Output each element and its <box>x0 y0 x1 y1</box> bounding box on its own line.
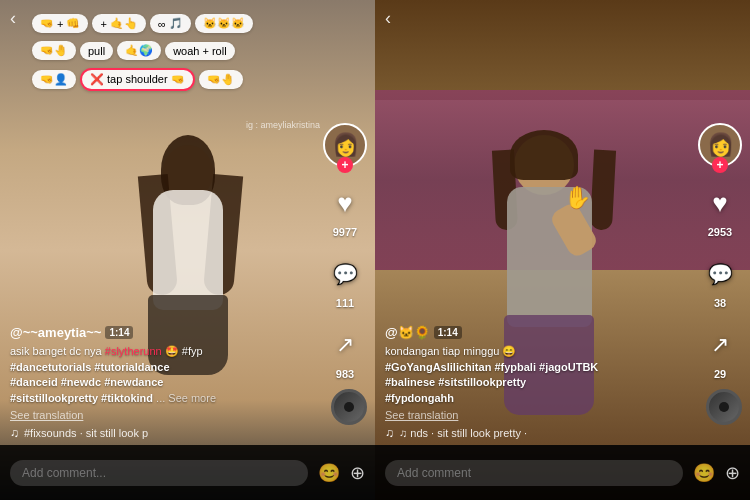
left-music-text: #fixsounds · sit still look p <box>24 427 148 439</box>
right-avatar-container[interactable]: 👩 + <box>698 123 742 167</box>
gesture-cats: 🐱🐱🐱 <box>203 17 245 30</box>
right-share-button[interactable]: ↗ 29 <box>700 325 740 380</box>
right-duration: 1:14 <box>434 326 462 339</box>
tap-shoulder-text: ❌ tap shoulder 🤜 <box>90 73 185 86</box>
left-share-button[interactable]: ↗ 983 <box>325 325 365 380</box>
right-comment-button[interactable]: 💬 38 <box>700 254 740 309</box>
gesture-plus-1: + <box>57 18 63 30</box>
gesture-card-1[interactable]: 🤜 + 👊 <box>32 14 88 33</box>
right-like-button[interactable]: ♥ 2953 <box>700 183 740 238</box>
gesture-pull-label[interactable]: pull <box>80 42 113 60</box>
comment-icon-right: 💬 <box>700 254 740 294</box>
right-comment-count: 38 <box>714 297 726 309</box>
right-attachment-icon[interactable]: ⊕ <box>725 462 740 484</box>
like-icon-left: ♥ <box>325 183 365 223</box>
right-music-note: ♫ <box>385 426 394 440</box>
gesture-row-3: 🤜👤 ❌ tap shoulder 🤜 🤜🤚 <box>30 66 325 93</box>
right-music-bar: ♫ ♫ nds · sit still look pretty · <box>385 426 695 440</box>
gesture-woah-roll[interactable]: woah + roll <box>165 42 235 60</box>
left-comment-input[interactable] <box>10 460 308 486</box>
share-icon-left: ↗ <box>325 325 365 365</box>
woah-roll-text: woah + roll <box>173 45 227 57</box>
left-music-disc[interactable] <box>331 389 367 425</box>
gesture-overlay: 🤜 + 👊 + 🤙👆 ∞ 🎵 🐱🐱🐱 🤜🤚 <box>30 12 325 97</box>
gesture-fist: 🤜🤚 <box>40 44 68 57</box>
right-video-panel: ✋ ‹ 👩 + ♥ 2953 💬 38 ↗ <box>375 0 750 500</box>
right-description: kondangan tiap minggu 😄 #GoYangAslilichi… <box>385 344 695 406</box>
pull-text: pull <box>88 45 105 57</box>
left-attachment-icon[interactable]: ⊕ <box>350 462 365 484</box>
gesture-emoji-3: 🤙👆 <box>110 17 138 30</box>
gesture-infinity: ∞ <box>158 18 166 30</box>
gesture-tap-shoulder[interactable]: ❌ tap shoulder 🤜 <box>80 68 195 91</box>
right-music-disc[interactable] <box>706 389 742 425</box>
gesture-card-6[interactable]: 🤙🌍 <box>117 41 161 60</box>
like-icon-right: ♥ <box>700 183 740 223</box>
gesture-card-8[interactable]: 🤜🤚 <box>199 70 243 89</box>
right-comment-icons: 😊 ⊕ <box>693 462 740 484</box>
right-avatar-plus: + <box>712 157 728 173</box>
left-emoji-icon[interactable]: 😊 <box>318 462 340 484</box>
left-description: asik banget dc nya #slytherunn 🤩 #fyp #d… <box>10 344 320 406</box>
right-comment-input[interactable] <box>385 460 683 486</box>
gesture-plus-2: + <box>100 18 106 30</box>
left-see-more[interactable]: ... See more <box>156 392 216 404</box>
right-share-count: 29 <box>714 368 726 380</box>
left-see-translation[interactable]: See translation <box>10 409 320 421</box>
left-video-panel: ‹ 🤜 + 👊 + 🤙👆 ∞ 🎵 🐱🐱🐱 <box>0 0 375 500</box>
gesture-card-7[interactable]: 🤜👤 <box>32 70 76 89</box>
left-duration: 1:14 <box>105 326 133 339</box>
left-comment-button[interactable]: 💬 111 <box>325 254 365 309</box>
right-like-count: 2953 <box>708 226 732 238</box>
left-share-count: 983 <box>336 368 354 380</box>
left-comment-icons: 😊 ⊕ <box>318 462 365 484</box>
gesture-row-2: 🤜🤚 pull 🤙🌍 woah + roll <box>30 39 325 62</box>
back-button-left[interactable]: ‹ <box>10 8 16 29</box>
gesture-card-3[interactable]: ∞ 🎵 <box>150 14 191 33</box>
right-see-translation[interactable]: See translation <box>385 409 695 421</box>
left-username: @~~ameytia~~ 1:14 <box>10 325 320 340</box>
comment-icon-left: 💬 <box>325 254 365 294</box>
back-button-right[interactable]: ‹ <box>385 8 391 29</box>
ig-watermark-left: ig : ameyliakristina <box>246 120 320 130</box>
gesture-card-4[interactable]: 🐱🐱🐱 <box>195 14 253 33</box>
left-like-button[interactable]: ♥ 9977 <box>325 183 365 238</box>
right-bottom-content: @🐱🌻 1:14 kondangan tiap minggu 😄 #GoYang… <box>385 325 695 440</box>
left-music-note: ♫ <box>10 426 19 440</box>
share-icon-right: ↗ <box>700 325 740 365</box>
left-music-bar: ♫ #fixsounds · sit still look p <box>10 426 320 440</box>
gesture-emoji-2: 👊 <box>66 17 80 30</box>
left-avatar-plus: + <box>337 157 353 173</box>
gesture-music: 🎵 <box>169 17 183 30</box>
right-emoji-icon[interactable]: 😊 <box>693 462 715 484</box>
left-comment-count: 111 <box>336 297 354 309</box>
gesture-emoji-6: 🤙🌍 <box>125 44 153 57</box>
right-comment-bar: 😊 ⊕ <box>375 445 750 500</box>
right-music-text: ♫ nds · sit still look pretty · <box>399 427 527 439</box>
right-top-bar: ‹ <box>375 0 750 37</box>
gesture-emoji-1: 🤜 <box>40 17 54 30</box>
left-right-actions: 👩 + ♥ 9977 💬 111 ↗ 983 <box>323 123 367 380</box>
left-avatar-container[interactable]: 👩 + <box>323 123 367 167</box>
gesture-emoji-8: 🤜🤚 <box>207 73 235 86</box>
gesture-card-2[interactable]: + 🤙👆 <box>92 14 145 33</box>
gesture-emoji-7: 🤜👤 <box>40 73 68 86</box>
right-username: @🐱🌻 1:14 <box>385 325 695 340</box>
right-right-actions: 👩 + ♥ 2953 💬 38 ↗ 29 <box>698 123 742 380</box>
left-bottom-content: @~~ameytia~~ 1:14 asik banget dc nya #sl… <box>10 325 320 440</box>
left-comment-bar: 😊 ⊕ <box>0 445 375 500</box>
left-like-count: 9977 <box>333 226 357 238</box>
gesture-row-1: 🤜 + 👊 + 🤙👆 ∞ 🎵 🐱🐱🐱 <box>30 12 325 35</box>
gesture-card-5[interactable]: 🤜🤚 <box>32 41 76 60</box>
